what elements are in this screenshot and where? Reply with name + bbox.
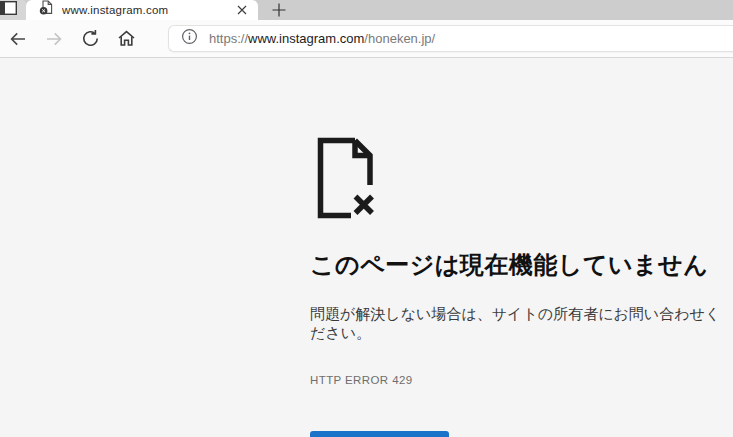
back-button[interactable] <box>0 23 36 55</box>
navigation-bar: https://www.instagram.com/honeken.jp/ <box>0 20 733 58</box>
tab-title: www.instagram.com <box>62 4 226 16</box>
vertical-tabs-button[interactable] <box>0 0 26 20</box>
refresh-page-button[interactable]: 最新の情報に更新 <box>310 431 449 437</box>
forward-button[interactable] <box>36 23 72 55</box>
home-button[interactable] <box>108 23 144 55</box>
tab-strip: www.instagram.com <box>0 0 733 20</box>
error-page: このページは現在機能していません 問題が解決しない場合は、サイトの所有者にお問い… <box>0 137 733 437</box>
url-host: www.instagram.com <box>248 31 364 46</box>
tab-close-button[interactable] <box>234 2 250 18</box>
broken-page-favicon <box>39 0 54 20</box>
site-info-icon[interactable] <box>181 28 198 49</box>
url-scheme: https:// <box>209 31 248 46</box>
back-icon <box>8 29 28 49</box>
broken-document-icon <box>310 137 380 219</box>
browser-tab[interactable]: www.instagram.com <box>26 0 258 20</box>
refresh-button[interactable] <box>72 23 108 55</box>
tab-layout-icon <box>1 1 17 19</box>
home-icon <box>116 28 137 49</box>
close-icon <box>237 5 247 15</box>
url-path: /honeken.jp/ <box>364 31 435 46</box>
refresh-icon <box>80 28 101 49</box>
plus-icon <box>271 2 287 18</box>
error-code: HTTP ERROR 429 <box>310 374 733 386</box>
error-title: このページは現在機能していません <box>310 249 733 281</box>
new-tab-button[interactable] <box>264 0 294 20</box>
address-bar[interactable]: https://www.instagram.com/honeken.jp/ <box>168 25 733 52</box>
forward-icon <box>44 29 64 49</box>
url-text[interactable]: https://www.instagram.com/honeken.jp/ <box>209 31 435 46</box>
error-message: 問題が解決しない場合は、サイトの所有者にお問い合わせください。 <box>310 305 733 343</box>
